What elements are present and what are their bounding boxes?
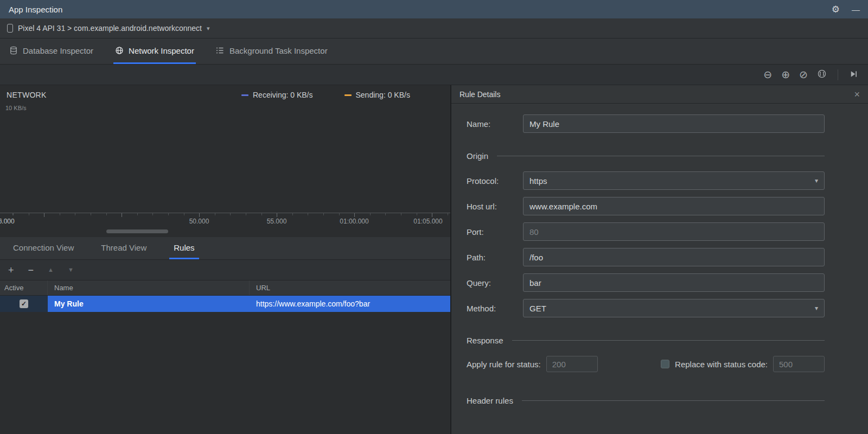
time-tick: 01:05.000 <box>413 218 442 225</box>
go-live-icon[interactable] <box>849 69 858 80</box>
rule-details-header: Rule Details × <box>451 85 868 104</box>
move-down-icon[interactable]: ▼ <box>68 267 74 273</box>
method-dropdown[interactable]: GET ▾ <box>523 299 825 317</box>
view-tabs-bar: Connection View Thread View Rules <box>0 237 450 260</box>
rules-toolbar: + − ▲ ▼ <box>0 260 450 280</box>
dropdown-arrow-icon: ▾ <box>815 304 818 312</box>
response-section-divider: Response <box>467 336 825 345</box>
device-process-selector[interactable]: Pixel 4 API 31 > com.example.android.net… <box>18 24 202 33</box>
timeline-toolbar: ⊖ ⊕ ⊘ <box>0 65 868 85</box>
name-input[interactable] <box>523 114 825 133</box>
path-row: Path: <box>467 248 825 266</box>
titlebar-actions: ⚙ — <box>832 4 859 15</box>
response-status-row: Apply rule for status: Replace with stat… <box>467 356 825 372</box>
inspector-tabs-bar: Database Inspector Network Inspector Bac… <box>0 39 868 65</box>
name-label: Name: <box>467 119 523 129</box>
sending-swatch <box>344 94 352 96</box>
globe-icon <box>115 46 124 55</box>
database-icon <box>9 46 18 55</box>
active-checkbox[interactable]: ✓ <box>20 299 28 308</box>
chevron-down-icon: ▾ <box>207 25 210 32</box>
path-input[interactable] <box>523 248 825 266</box>
zoom-out-icon[interactable]: ⊖ <box>763 69 772 80</box>
rule-url-cell[interactable]: https://www.example.com/foo?bar <box>250 296 450 312</box>
legend-label: Receiving: 0 KB/s <box>253 91 313 99</box>
remove-rule-icon[interactable]: − <box>28 265 34 275</box>
dropdown-arrow-icon: ▾ <box>815 177 818 184</box>
rule-name-cell[interactable]: My Rule <box>48 296 250 312</box>
query-input[interactable] <box>523 273 825 292</box>
rules-table: Active Name URL ✓ My Rule https://www.ex… <box>0 280 450 312</box>
chart-legend: Receiving: 0 KB/s Sending: 0 KB/s <box>241 91 410 99</box>
toolbar-divider <box>838 69 838 80</box>
tab-database-inspector[interactable]: Database Inspector <box>8 39 95 64</box>
receiving-swatch <box>241 94 248 96</box>
section-line <box>497 156 825 156</box>
tab-background-task-inspector[interactable]: Background Task Inspector <box>214 39 329 64</box>
tab-network-inspector[interactable]: Network Inspector <box>113 39 196 64</box>
legend-receiving: Receiving: 0 KB/s <box>241 91 313 99</box>
add-rule-icon[interactable]: + <box>8 265 14 275</box>
column-header-name[interactable]: Name <box>48 280 250 295</box>
tab-label: Thread View <box>101 243 146 252</box>
time-tick: 55.000 <box>267 218 287 225</box>
name-row: Name: <box>467 114 825 133</box>
section-line <box>522 400 825 401</box>
device-phone-icon <box>7 24 13 33</box>
time-tick: 50.000 <box>189 218 209 225</box>
settings-gear-icon[interactable]: ⚙ <box>832 4 840 15</box>
column-header-active[interactable]: Active <box>0 280 48 295</box>
protocol-dropdown[interactable]: https ▾ <box>523 171 825 190</box>
main-split: NETWORK 10 KB/s Receiving: 0 KB/s Sendin… <box>0 85 868 434</box>
protocol-row: Protocol: https ▾ <box>467 171 825 190</box>
zoom-in-icon[interactable]: ⊕ <box>781 69 790 80</box>
table-header-row: Active Name URL <box>0 280 450 296</box>
header-rules-section-divider: Header rules <box>467 396 825 405</box>
origin-section-label: Origin <box>467 151 488 161</box>
tab-rules[interactable]: Rules <box>169 237 199 259</box>
timeline-scrollbar-thumb[interactable] <box>106 229 168 233</box>
path-label: Path: <box>467 253 523 262</box>
reset-zoom-icon[interactable]: ⊘ <box>799 69 808 80</box>
panel-title: Rule Details <box>459 90 500 99</box>
tab-label: Network Inspector <box>129 46 194 55</box>
titlebar: App Inspection ⚙ — <box>0 0 868 18</box>
chart-title: NETWORK <box>7 91 47 99</box>
zoom-to-selection-icon[interactable] <box>817 69 827 80</box>
replace-status-checkbox[interactable] <box>661 360 669 368</box>
tab-connection-view[interactable]: Connection View <box>9 237 78 259</box>
minimize-icon[interactable]: — <box>852 5 859 14</box>
port-input[interactable] <box>523 222 825 241</box>
query-label: Query: <box>467 278 523 288</box>
close-icon[interactable]: × <box>854 90 860 99</box>
time-tick: 01:00.000 <box>340 218 368 225</box>
legend-label: Sending: 0 KB/s <box>356 91 410 99</box>
y-axis-label: 10 KB/s <box>5 105 27 111</box>
apply-status-label: Apply rule for status: <box>467 360 541 369</box>
time-axis-major-ticks <box>0 213 450 217</box>
host-url-input[interactable] <box>523 197 825 215</box>
port-label: Port: <box>467 227 523 237</box>
device-bar: Pixel 4 API 31 > com.example.android.net… <box>0 18 868 39</box>
tab-label: Database Inspector <box>23 46 93 55</box>
method-label: Method: <box>467 304 523 313</box>
tab-label: Connection View <box>13 243 74 252</box>
host-label: Host url: <box>467 202 523 211</box>
network-panel: NETWORK 10 KB/s Receiving: 0 KB/s Sendin… <box>0 85 451 434</box>
replace-status-label: Replace with status code: <box>675 360 768 369</box>
table-row[interactable]: ✓ My Rule https://www.example.com/foo?ba… <box>0 296 450 312</box>
network-timeline-chart: NETWORK 10 KB/s Receiving: 0 KB/s Sendin… <box>0 85 450 237</box>
tab-thread-view[interactable]: Thread View <box>97 237 151 259</box>
section-line <box>512 340 825 341</box>
host-row: Host url: <box>467 197 825 215</box>
move-up-icon[interactable]: ▲ <box>48 267 54 273</box>
active-cell: ✓ <box>0 296 48 312</box>
app-inspection-window: App Inspection ⚙ — Pixel 4 API 31 > com.… <box>0 0 868 434</box>
replace-status-input[interactable] <box>773 356 825 372</box>
window-title: App Inspection <box>9 5 62 14</box>
header-rules-section-label: Header rules <box>467 396 513 405</box>
apply-status-input[interactable] <box>546 356 598 372</box>
port-row: Port: <box>467 222 825 241</box>
column-header-url[interactable]: URL <box>250 280 450 295</box>
tab-label: Rules <box>174 243 194 252</box>
